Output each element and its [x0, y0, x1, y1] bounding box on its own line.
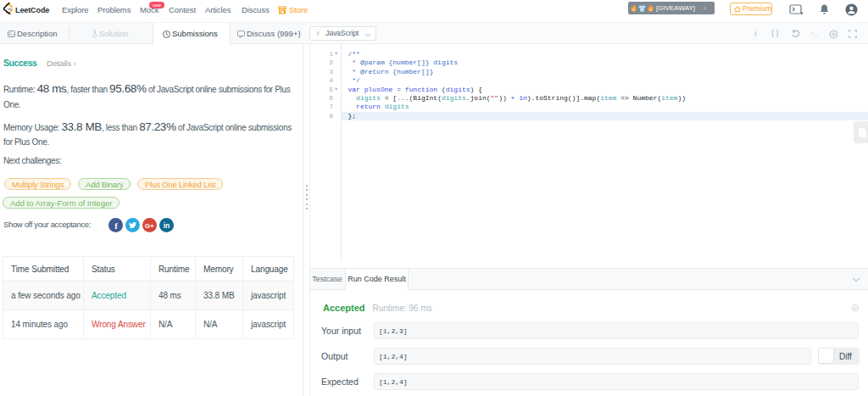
- svg-text:in: in: [163, 220, 170, 229]
- svg-text:f: f: [114, 221, 118, 231]
- svg-text:G+: G+: [144, 221, 153, 229]
